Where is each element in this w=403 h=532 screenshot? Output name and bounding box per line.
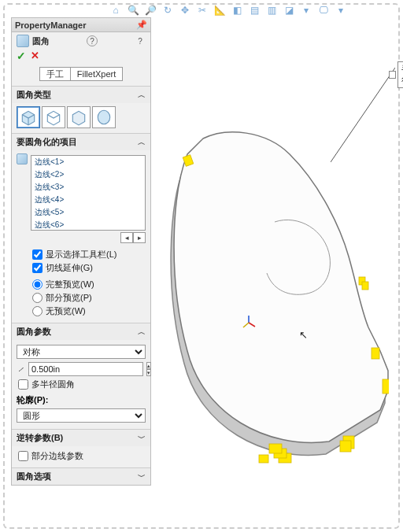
list-item[interactable]: 边线<4>: [31, 194, 145, 206]
checkbox-label: 显示选择工具栏(L): [46, 249, 116, 260]
graphics-viewport[interactable]: 半径: 0.50000000in ↖: [153, 17, 395, 524]
svg-rect-5: [372, 348, 379, 359]
feature-name: 圆角: [32, 35, 50, 47]
checkbox-label: 部分边线参数: [31, 450, 83, 462]
reverse-body: 部分边线参数: [12, 446, 150, 467]
shaded-icon[interactable]: ▤: [249, 5, 260, 16]
section-items[interactable]: 要圆角化的项目 ︿: [12, 133, 150, 150]
svg-line-14: [249, 323, 255, 327]
callout-handle[interactable]: [389, 71, 396, 79]
chevron-up-icon: ︿: [138, 137, 146, 148]
pm-titlebar: PropertyManager 📌: [12, 18, 150, 32]
svg-rect-4: [362, 282, 368, 290]
radio-label: 完整预览(W): [46, 279, 94, 290]
section-options[interactable]: 圆角选项 ﹀: [12, 467, 150, 485]
no-preview-radio[interactable]: [32, 306, 43, 316]
part-model[interactable]: [161, 112, 389, 474]
symmetry-select[interactable]: 对称: [17, 345, 146, 359]
spinner-up[interactable]: ▴: [146, 362, 151, 369]
home-icon[interactable]: ⌂: [110, 5, 121, 16]
radio-label: 无预览(W): [46, 305, 86, 317]
section-label: 圆角类型: [17, 89, 51, 101]
section-reverse[interactable]: 逆转参数(B) ﹀: [12, 429, 150, 446]
chevron-down-icon: ﹀: [138, 433, 146, 444]
section-params[interactable]: 圆角参数 ︿: [12, 323, 150, 340]
zoom-fit-icon[interactable]: 🔍: [128, 5, 139, 16]
section-label: 要圆角化的项目: [17, 136, 77, 148]
items-body: 边线<1> 边线<2> 边线<3> 边线<4> 边线<5> 边线<6> 边线<7…: [12, 150, 150, 323]
section-label: 圆角参数: [17, 326, 51, 338]
chevron-up-icon: ︿: [138, 327, 146, 338]
fillet-feature-icon: [17, 35, 29, 47]
svg-rect-12: [259, 455, 268, 463]
hidden-lines-icon[interactable]: ▥: [266, 5, 277, 16]
zoom-area-icon[interactable]: 🔎: [145, 5, 156, 16]
list-item[interactable]: 边线<1>: [31, 156, 145, 168]
show-selection-toolbar-checkbox[interactable]: [32, 249, 43, 260]
list-item[interactable]: 边线<5>: [31, 206, 145, 219]
svg-rect-6: [383, 379, 389, 393]
view-cube-icon[interactable]: ◧: [231, 5, 242, 16]
full-preview-radio[interactable]: [32, 279, 43, 290]
more-help-icon[interactable]: ?: [135, 35, 146, 46]
svg-rect-11: [269, 444, 282, 453]
params-body: 对称 ⟋ ▴ ▾ 多半径圆角 轮廓(P): 圆形: [12, 340, 150, 429]
checkbox-label: 切线延伸(G): [46, 262, 93, 274]
pm-tab-row: 手工 FilletXpert: [12, 65, 150, 86]
radius-callout[interactable]: 半径: 0.50000000in: [389, 61, 403, 88]
pan-icon[interactable]: ✥: [179, 5, 190, 16]
dropdown-icon[interactable]: ▾: [335, 5, 346, 16]
screen-icon[interactable]: 🖵: [318, 5, 329, 16]
chevron-up-icon: ︿: [138, 90, 146, 101]
spinner-down[interactable]: ▾: [146, 369, 151, 376]
tab-manual[interactable]: 手工: [39, 67, 70, 81]
section-icon[interactable]: ✂: [197, 5, 208, 16]
partial-edges-checkbox[interactable]: [18, 451, 28, 461]
dropdown-icon[interactable]: ▾: [301, 5, 312, 16]
edge-selection-list[interactable]: 边线<1> 边线<2> 边线<3> 边线<4> 边线<5> 边线<6> 边线<7…: [31, 155, 146, 231]
multi-radius-checkbox[interactable]: [18, 379, 28, 390]
tangent-propagation-checkbox[interactable]: [32, 263, 43, 273]
fillet-type-face[interactable]: [67, 106, 91, 128]
list-item[interactable]: 边线<3>: [31, 181, 145, 194]
fillet-type-constant[interactable]: [17, 106, 40, 128]
list-item[interactable]: 边线<2>: [31, 168, 145, 181]
radius-spinner: ▴ ▾: [146, 362, 151, 376]
list-prev-button[interactable]: ◂: [120, 232, 133, 243]
fillet-type-variable[interactable]: [42, 106, 65, 128]
heads-up-toolbar: ⌂ 🔍 🔎 ↻ ✥ ✂ 📐 ◧ ▤ ▥ ◪ ▾ 🖵 ▾: [110, 5, 346, 16]
svg-line-15: [243, 323, 249, 327]
display-state-icon[interactable]: ◪: [283, 5, 294, 16]
checkbox-label: 多半径圆角: [31, 379, 75, 390]
fillet-type-full-round[interactable]: [92, 106, 116, 128]
radius-input[interactable]: [28, 362, 143, 376]
callout-label: 半径:: [397, 61, 403, 88]
chevron-down-icon: ﹀: [138, 471, 146, 482]
svg-rect-8: [340, 441, 351, 452]
cursor-icon: ↖: [299, 329, 308, 341]
list-item[interactable]: 边线<6>: [31, 219, 145, 231]
list-next-button[interactable]: ▸: [133, 232, 146, 243]
profile-select[interactable]: 圆形: [17, 408, 146, 423]
edges-selection-icon: [17, 153, 28, 164]
list-pager: ◂ ▸: [17, 232, 146, 243]
pin-icon[interactable]: 📌: [136, 20, 147, 31]
cancel-button[interactable]: ✕: [31, 50, 39, 62]
property-manager-panel: PropertyManager 📌 圆角 ? ? ✓ ✕ 手工 FilletXp…: [11, 17, 151, 486]
svg-point-0: [98, 110, 109, 124]
pm-title: PropertyManager: [15, 20, 86, 30]
partial-preview-radio[interactable]: [32, 293, 43, 303]
fillet-type-body: [12, 103, 150, 133]
rotate-icon[interactable]: ↻: [162, 5, 173, 16]
help-icon[interactable]: ?: [87, 35, 98, 46]
radius-icon: ⟋: [17, 363, 25, 375]
ok-button[interactable]: ✓: [17, 50, 26, 62]
profile-label: 轮廓(P):: [17, 391, 146, 407]
tab-filletxpert[interactable]: FilletXpert: [70, 67, 124, 81]
section-fillet-type[interactable]: 圆角类型 ︿: [12, 86, 150, 103]
origin-triad-icon: [241, 315, 257, 331]
pm-action-row: ✓ ✕: [12, 50, 150, 65]
radio-label: 部分预览(P): [46, 292, 92, 304]
measure-icon[interactable]: 📐: [214, 5, 225, 16]
section-label: 逆转参数(B): [17, 432, 63, 444]
